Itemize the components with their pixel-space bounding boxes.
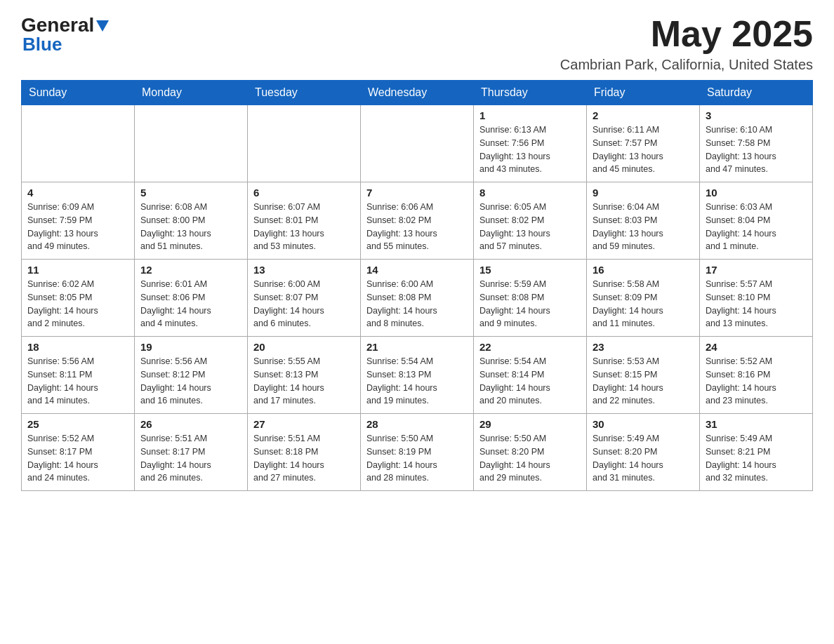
day-info: Sunrise: 6:03 AMSunset: 8:04 PMDaylight:… [706, 201, 807, 253]
calendar-cell: 6Sunrise: 6:07 AMSunset: 8:01 PMDaylight… [248, 182, 361, 260]
day-number: 22 [479, 341, 581, 353]
day-info: Sunrise: 5:52 AMSunset: 8:16 PMDaylight:… [706, 355, 807, 408]
day-number: 1 [479, 109, 581, 121]
day-number: 27 [253, 418, 355, 430]
header: General Blue May 2025 Cambrian Park, Cal… [21, 14, 813, 73]
calendar-cell [135, 105, 248, 182]
day-info: Sunrise: 6:01 AMSunset: 8:06 PMDaylight:… [140, 278, 241, 330]
calendar-table: SundayMondayTuesdayWednesdayThursdayFrid… [21, 80, 813, 491]
day-info: Sunrise: 6:00 AMSunset: 8:07 PMDaylight:… [253, 278, 355, 330]
day-info: Sunrise: 5:51 AMSunset: 8:18 PMDaylight:… [253, 432, 355, 485]
calendar-cell: 19Sunrise: 5:56 AMSunset: 8:12 PMDayligh… [135, 337, 248, 414]
calendar-cell: 7Sunrise: 6:06 AMSunset: 8:02 PMDaylight… [361, 182, 474, 260]
calendar-cell: 30Sunrise: 5:49 AMSunset: 8:20 PMDayligh… [587, 414, 700, 491]
calendar-cell: 20Sunrise: 5:55 AMSunset: 8:13 PMDayligh… [248, 337, 361, 414]
calendar-cell: 11Sunrise: 6:02 AMSunset: 8:05 PMDayligh… [22, 260, 135, 337]
calendar-header-saturday: Saturday [700, 81, 813, 105]
logo: General Blue [21, 14, 109, 55]
day-number: 11 [27, 264, 128, 276]
day-info: Sunrise: 6:09 AMSunset: 7:59 PMDaylight:… [27, 201, 128, 253]
calendar-header-tuesday: Tuesday [248, 81, 361, 105]
day-number: 30 [593, 418, 694, 430]
day-number: 31 [706, 418, 807, 430]
calendar-week-row: 4Sunrise: 6:09 AMSunset: 7:59 PMDaylight… [22, 182, 813, 260]
day-number: 3 [706, 109, 807, 121]
day-info: Sunrise: 5:53 AMSunset: 8:15 PMDaylight:… [593, 355, 694, 408]
day-info: Sunrise: 6:00 AMSunset: 8:08 PMDaylight:… [366, 278, 468, 330]
calendar-week-row: 11Sunrise: 6:02 AMSunset: 8:05 PMDayligh… [22, 260, 813, 337]
calendar-week-row: 25Sunrise: 5:52 AMSunset: 8:17 PMDayligh… [22, 414, 813, 491]
calendar-week-row: 1Sunrise: 6:13 AMSunset: 7:56 PMDaylight… [22, 105, 813, 182]
day-info: Sunrise: 6:11 AMSunset: 7:57 PMDaylight:… [593, 123, 694, 176]
day-number: 13 [253, 264, 355, 276]
day-info: Sunrise: 5:51 AMSunset: 8:17 PMDaylight:… [140, 432, 241, 485]
day-number: 21 [366, 341, 468, 353]
calendar-cell: 3Sunrise: 6:10 AMSunset: 7:58 PMDaylight… [700, 105, 813, 182]
day-number: 5 [140, 187, 241, 199]
calendar-cell: 4Sunrise: 6:09 AMSunset: 7:59 PMDaylight… [22, 182, 135, 260]
calendar-header-friday: Friday [587, 81, 700, 105]
calendar-cell: 25Sunrise: 5:52 AMSunset: 8:17 PMDayligh… [22, 414, 135, 491]
calendar-cell: 13Sunrise: 6:00 AMSunset: 8:07 PMDayligh… [248, 260, 361, 337]
calendar-cell: 29Sunrise: 5:50 AMSunset: 8:20 PMDayligh… [474, 414, 587, 491]
day-info: Sunrise: 5:54 AMSunset: 8:13 PMDaylight:… [366, 355, 468, 408]
calendar-cell: 14Sunrise: 6:00 AMSunset: 8:08 PMDayligh… [361, 260, 474, 337]
calendar-cell: 17Sunrise: 5:57 AMSunset: 8:10 PMDayligh… [700, 260, 813, 337]
calendar-cell: 12Sunrise: 6:01 AMSunset: 8:06 PMDayligh… [135, 260, 248, 337]
day-info: Sunrise: 5:50 AMSunset: 8:19 PMDaylight:… [366, 432, 468, 485]
day-info: Sunrise: 5:58 AMSunset: 8:09 PMDaylight:… [593, 278, 694, 330]
day-number: 28 [366, 418, 468, 430]
day-number: 7 [366, 187, 468, 199]
month-title: May 2025 [560, 14, 813, 54]
calendar-cell: 24Sunrise: 5:52 AMSunset: 8:16 PMDayligh… [700, 337, 813, 414]
calendar-header-thursday: Thursday [474, 81, 587, 105]
day-number: 23 [593, 341, 694, 353]
day-info: Sunrise: 6:13 AMSunset: 7:56 PMDaylight:… [479, 123, 581, 176]
day-info: Sunrise: 6:05 AMSunset: 8:02 PMDaylight:… [479, 201, 581, 253]
day-info: Sunrise: 5:52 AMSunset: 8:17 PMDaylight:… [27, 432, 128, 485]
day-number: 24 [706, 341, 807, 353]
location-title: Cambrian Park, California, United States [560, 57, 813, 73]
calendar-header-monday: Monday [135, 81, 248, 105]
day-info: Sunrise: 5:57 AMSunset: 8:10 PMDaylight:… [706, 278, 807, 330]
day-number: 18 [27, 341, 128, 353]
day-info: Sunrise: 5:56 AMSunset: 8:12 PMDaylight:… [140, 355, 241, 408]
day-number: 12 [140, 264, 241, 276]
day-number: 2 [593, 109, 694, 121]
logo-blue-text: Blue [22, 34, 109, 55]
calendar-cell: 22Sunrise: 5:54 AMSunset: 8:14 PMDayligh… [474, 337, 587, 414]
calendar-header-row: SundayMondayTuesdayWednesdayThursdayFrid… [22, 81, 813, 105]
calendar-cell: 16Sunrise: 5:58 AMSunset: 8:09 PMDayligh… [587, 260, 700, 337]
day-info: Sunrise: 6:02 AMSunset: 8:05 PMDaylight:… [27, 278, 128, 330]
calendar-cell: 1Sunrise: 6:13 AMSunset: 7:56 PMDaylight… [474, 105, 587, 182]
day-info: Sunrise: 5:50 AMSunset: 8:20 PMDaylight:… [479, 432, 581, 485]
day-number: 9 [593, 187, 694, 199]
day-number: 15 [479, 264, 581, 276]
calendar-cell: 26Sunrise: 5:51 AMSunset: 8:17 PMDayligh… [135, 414, 248, 491]
day-info: Sunrise: 6:07 AMSunset: 8:01 PMDaylight:… [253, 201, 355, 253]
calendar-cell: 31Sunrise: 5:49 AMSunset: 8:21 PMDayligh… [700, 414, 813, 491]
day-info: Sunrise: 6:10 AMSunset: 7:58 PMDaylight:… [706, 123, 807, 176]
day-info: Sunrise: 5:49 AMSunset: 8:20 PMDaylight:… [593, 432, 694, 485]
calendar-cell: 10Sunrise: 6:03 AMSunset: 8:04 PMDayligh… [700, 182, 813, 260]
day-number: 4 [27, 187, 128, 199]
day-number: 25 [27, 418, 128, 430]
title-area: May 2025 Cambrian Park, California, Unit… [560, 14, 813, 73]
calendar-cell: 15Sunrise: 5:59 AMSunset: 8:08 PMDayligh… [474, 260, 587, 337]
calendar-week-row: 18Sunrise: 5:56 AMSunset: 8:11 PMDayligh… [22, 337, 813, 414]
day-info: Sunrise: 6:06 AMSunset: 8:02 PMDaylight:… [366, 201, 468, 253]
calendar-cell: 8Sunrise: 6:05 AMSunset: 8:02 PMDaylight… [474, 182, 587, 260]
day-number: 16 [593, 264, 694, 276]
day-number: 26 [140, 418, 241, 430]
calendar-cell [361, 105, 474, 182]
calendar-cell: 18Sunrise: 5:56 AMSunset: 8:11 PMDayligh… [22, 337, 135, 414]
day-number: 8 [479, 187, 581, 199]
day-number: 20 [253, 341, 355, 353]
day-info: Sunrise: 6:08 AMSunset: 8:00 PMDaylight:… [140, 201, 241, 253]
day-number: 14 [366, 264, 468, 276]
day-info: Sunrise: 5:59 AMSunset: 8:08 PMDaylight:… [479, 278, 581, 330]
day-info: Sunrise: 5:55 AMSunset: 8:13 PMDaylight:… [253, 355, 355, 408]
calendar-cell: 5Sunrise: 6:08 AMSunset: 8:00 PMDaylight… [135, 182, 248, 260]
calendar-cell [22, 105, 135, 182]
calendar-cell: 9Sunrise: 6:04 AMSunset: 8:03 PMDaylight… [587, 182, 700, 260]
